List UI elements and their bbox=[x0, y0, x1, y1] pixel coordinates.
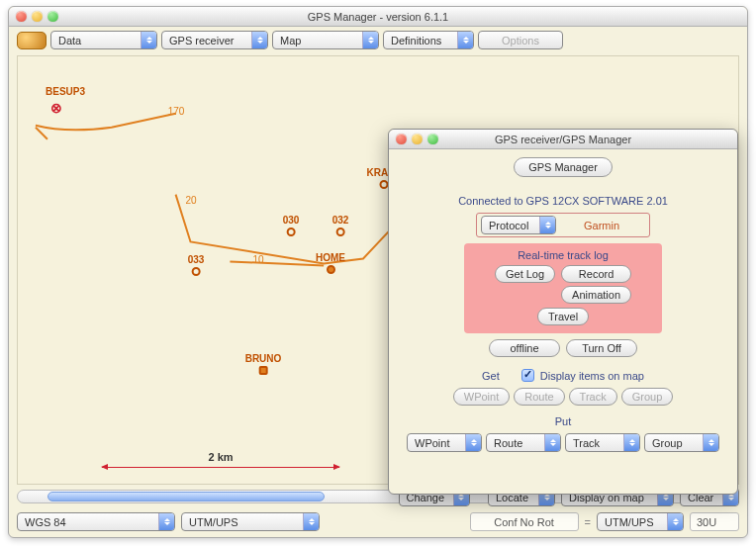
options-button[interactable]: Options bbox=[478, 31, 563, 49]
child-close-button[interactable] bbox=[396, 134, 407, 144]
put-group-select[interactable]: Group bbox=[644, 433, 719, 452]
child-body: GPS Manager Connected to GPS 12CX SOFTWA… bbox=[389, 149, 737, 494]
close-button[interactable] bbox=[16, 11, 27, 22]
child-traffic-lights bbox=[396, 134, 438, 144]
scrollbar-thumb[interactable] bbox=[47, 492, 325, 501]
offline-button[interactable]: offline bbox=[489, 339, 560, 357]
map-menu-label: Map bbox=[280, 35, 301, 46]
child-zoom-button[interactable] bbox=[427, 134, 438, 144]
track-label-170: 170 bbox=[168, 106, 185, 117]
record-button[interactable]: Record bbox=[561, 265, 631, 283]
zoom-button[interactable] bbox=[47, 11, 58, 22]
protocol-select[interactable]: Protocol bbox=[481, 216, 556, 234]
conf-box: Conf No Rot bbox=[470, 512, 579, 531]
datum-select[interactable]: WGS 84 bbox=[17, 512, 175, 531]
travel-button[interactable]: Travel bbox=[537, 308, 589, 325]
get-log-button[interactable]: Get Log bbox=[495, 265, 555, 283]
protocol-value: Garmin bbox=[558, 220, 645, 231]
zone-box: 30U bbox=[690, 512, 739, 531]
child-title: GPS receiver/GPS Manager bbox=[389, 134, 737, 145]
animation-button[interactable]: Animation bbox=[561, 286, 631, 304]
equals-label-2: = bbox=[585, 516, 591, 528]
app-logo-icon bbox=[17, 32, 47, 49]
definitions-menu[interactable]: Definitions bbox=[383, 31, 474, 49]
main-toolbar: Data GPS receiver Map Definitions Option… bbox=[9, 27, 747, 53]
gps-manager-button[interactable]: GPS Manager bbox=[514, 157, 613, 177]
waypoint-030[interactable]: 030 bbox=[283, 215, 300, 236]
data-menu[interactable]: Data bbox=[50, 31, 157, 49]
main-titlebar: GPS Manager - version 6.1.1 bbox=[9, 7, 747, 27]
track-label-10: 10 bbox=[252, 254, 263, 265]
put-section-label: Put bbox=[555, 415, 572, 427]
projection-left-select[interactable]: UTM/UPS bbox=[181, 512, 320, 531]
gps-receiver-window: GPS receiver/GPS Manager GPS Manager Con… bbox=[388, 129, 738, 495]
traffic-lights bbox=[16, 11, 58, 22]
definitions-menu-label: Definitions bbox=[391, 35, 441, 46]
put-wpoint-select[interactable]: WPoint bbox=[407, 433, 482, 452]
get-track-button[interactable]: Track bbox=[569, 388, 617, 406]
waypoint-032[interactable]: 032 bbox=[332, 215, 349, 236]
display-items-label: Display items on map bbox=[540, 370, 644, 382]
tracklog-panel: Real-time track log Get Log Record Anima… bbox=[464, 243, 662, 333]
protocol-row: Protocol Garmin bbox=[476, 213, 650, 237]
child-minimize-button[interactable] bbox=[412, 134, 423, 144]
child-titlebar: GPS receiver/GPS Manager bbox=[389, 130, 737, 149]
get-group-button[interactable]: Group bbox=[621, 388, 674, 406]
waypoint-bruno[interactable]: BRUNO bbox=[245, 353, 282, 375]
put-track-select[interactable]: Track bbox=[565, 433, 640, 452]
get-section-label: Get bbox=[482, 370, 500, 382]
bottom-bar-2: WGS 84 UTM/UPS Conf No Rot = UTM/UPS 30U bbox=[9, 509, 747, 537]
get-buttons-row: WPoint Route Track Group bbox=[399, 388, 727, 406]
connection-status: Connected to GPS 12CX SOFTWARE 2.01 bbox=[458, 195, 668, 207]
waypoint-besup3[interactable]: BESUP3 bbox=[46, 86, 85, 97]
scale-label: 2 km bbox=[102, 451, 339, 463]
put-route-select[interactable]: Route bbox=[486, 433, 561, 452]
map-menu[interactable]: Map bbox=[272, 31, 379, 49]
tracklog-header: Real-time track log bbox=[474, 249, 652, 261]
gps-menu[interactable]: GPS receiver bbox=[161, 31, 268, 49]
turn-off-button[interactable]: Turn Off bbox=[566, 339, 637, 357]
waypoint-033[interactable]: 033 bbox=[188, 254, 205, 276]
gps-menu-label: GPS receiver bbox=[169, 35, 234, 46]
waypoint-home[interactable]: HOME bbox=[316, 252, 345, 274]
marker-x-icon: ⊗ bbox=[50, 100, 62, 116]
display-items-checkbox[interactable] bbox=[521, 369, 534, 382]
projection-right-select[interactable]: UTM/UPS bbox=[597, 512, 684, 531]
put-selects-row: WPoint Route Track Group bbox=[399, 433, 727, 452]
data-menu-label: Data bbox=[58, 35, 81, 46]
get-wpoint-button[interactable]: WPoint bbox=[453, 388, 510, 406]
options-label: Options bbox=[502, 35, 539, 46]
get-route-button[interactable]: Route bbox=[514, 388, 564, 406]
track-label-20: 20 bbox=[185, 195, 196, 206]
minimize-button[interactable] bbox=[32, 11, 43, 22]
main-title: GPS Manager - version 6.1.1 bbox=[9, 11, 747, 23]
scale-bar: 2 km bbox=[102, 467, 339, 468]
